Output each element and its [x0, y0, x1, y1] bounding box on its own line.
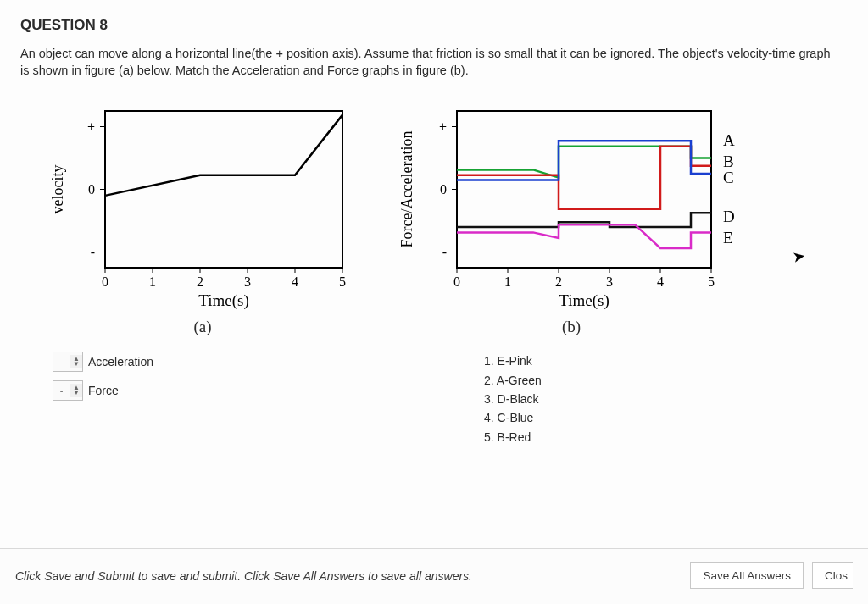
svg-text:5: 5 [339, 274, 346, 289]
matcher-label: Force [88, 384, 119, 397]
force-accel-chart: 012345+0-ABCDEForce/AccelerationTime(s) [393, 103, 749, 314]
svg-text:2: 2 [555, 274, 562, 289]
svg-text:5: 5 [708, 274, 715, 289]
footer-bar: Click Save and Submit to save and submit… [0, 548, 868, 604]
close-button[interactable]: Clos [812, 562, 853, 589]
svg-text:A: A [723, 131, 735, 149]
svg-text:1: 1 [504, 274, 511, 289]
answer-area: - ▲▼ Acceleration - ▲▼ Force 1. E-Pink 2… [53, 352, 848, 446]
acceleration-select[interactable]: - ▲▼ [53, 352, 83, 372]
matcher-list: - ▲▼ Acceleration - ▲▼ Force [53, 352, 153, 446]
force-select[interactable]: - ▲▼ [53, 380, 83, 401]
svg-text:D: D [723, 208, 735, 225]
acceleration-value: - [53, 357, 70, 367]
svg-text:0: 0 [453, 274, 460, 289]
figures-row: 012345+0-velocityTime(s) (a) 012345+0-AB… [46, 103, 848, 336]
velocity-time-chart: 012345+0-velocityTime(s) [46, 103, 359, 314]
footer-buttons: Save All Answers Clos [690, 562, 853, 589]
svg-text:4: 4 [657, 274, 664, 289]
svg-text:Time(s): Time(s) [559, 291, 609, 310]
svg-text:+: + [439, 119, 447, 134]
svg-text:0: 0 [88, 182, 95, 197]
svg-text:0: 0 [440, 182, 447, 197]
svg-text:Time(s): Time(s) [198, 291, 248, 310]
question-title: QUESTION 8 [20, 17, 848, 34]
svg-text:-: - [442, 245, 447, 259]
svg-rect-0 [105, 111, 342, 268]
matcher-force: - ▲▼ Force [53, 380, 153, 401]
svg-text:Force/Acceleration: Force/Acceleration [398, 131, 415, 248]
footer-hint: Click Save and Submit to save and submit… [15, 569, 472, 583]
svg-text:0: 0 [102, 274, 108, 289]
question-prompt: An object can move along a horizontal li… [20, 46, 834, 79]
save-all-answers-button[interactable]: Save All Answers [690, 562, 804, 589]
key-item: 3. D-Black [484, 390, 542, 408]
force-value: - [53, 385, 70, 396]
key-item: 4. C-Blue [484, 408, 542, 427]
matcher-acceleration: - ▲▼ Acceleration [53, 352, 153, 372]
figure-a: 012345+0-velocityTime(s) (a) [46, 103, 359, 336]
stepper-arrows-icon[interactable]: ▲▼ [70, 384, 82, 397]
svg-rect-21 [457, 111, 711, 268]
figure-b-label: (b) [562, 318, 581, 336]
key-item: 5. B-Red [484, 428, 542, 446]
svg-text:E: E [723, 229, 733, 247]
key-item: 2. A-Green [484, 371, 542, 390]
color-key: 1. E-Pink 2. A-Green 3. D-Black 4. C-Blu… [484, 352, 542, 446]
svg-text:C: C [723, 169, 734, 186]
svg-text:2: 2 [197, 274, 203, 289]
figure-a-label: (a) [193, 318, 211, 336]
svg-text:+: + [87, 119, 95, 134]
svg-text:4: 4 [292, 274, 298, 289]
svg-text:velocity: velocity [49, 165, 66, 214]
key-item: 1. E-Pink [484, 352, 542, 370]
svg-text:1: 1 [149, 274, 156, 289]
matcher-label: Acceleration [88, 355, 153, 368]
svg-text:3: 3 [606, 274, 613, 289]
svg-text:3: 3 [244, 274, 251, 289]
figure-b: 012345+0-ABCDEForce/AccelerationTime(s) … [393, 103, 749, 336]
svg-text:-: - [91, 245, 95, 259]
stepper-arrows-icon[interactable]: ▲▼ [70, 355, 82, 368]
